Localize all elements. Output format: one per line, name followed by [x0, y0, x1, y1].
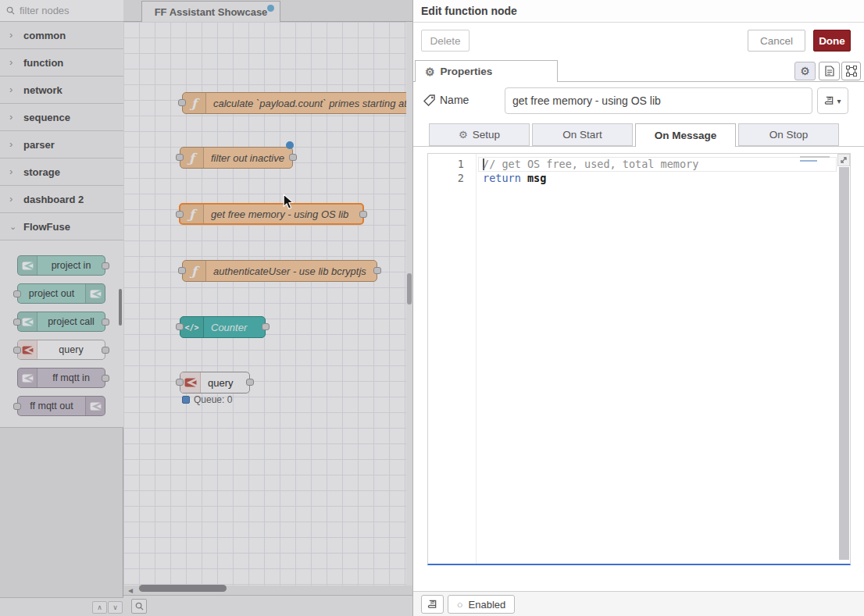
chevron-right-icon: › — [9, 141, 16, 148]
palette-category-common[interactable]: ›common — [0, 22, 123, 49]
tab-label: On Message — [655, 130, 717, 141]
editor-scrollbar-thumb[interactable] — [839, 167, 849, 560]
input-port[interactable] — [178, 99, 186, 106]
tag-icon — [423, 94, 435, 109]
tray-footer: ○ Enabled — [413, 591, 864, 616]
palette-scrollbar[interactable] — [119, 289, 122, 326]
canvas-horizontal-scrollbar-thumb[interactable] — [139, 585, 227, 592]
radio-circle-icon: ○ — [457, 600, 463, 610]
input-port[interactable] — [176, 154, 184, 161]
library-dropdown-button[interactable]: ▾ — [817, 87, 848, 114]
cancel-button[interactable]: Cancel — [748, 30, 805, 52]
gear-icon: ⚙ — [800, 66, 810, 77]
status-dot-icon — [182, 396, 190, 404]
flow-tab-label: FF Assistant Showcase — [155, 6, 268, 18]
done-button[interactable]: Done — [813, 30, 851, 52]
palette-node-label: query — [37, 344, 105, 355]
node-label: filter out inactive — [204, 152, 292, 164]
chevron-right-icon: › — [9, 113, 16, 121]
output-port[interactable] — [289, 154, 297, 161]
palette-category-sequence[interactable]: ›sequence — [0, 104, 123, 131]
line-number: 2 — [428, 172, 464, 184]
flow-grid[interactable]: ƒ calculate `payload.count` primes start… — [123, 22, 406, 586]
palette-filter-input[interactable] — [20, 5, 105, 16]
output-port[interactable] — [102, 375, 109, 382]
node-calculate-primes[interactable]: ƒ calculate `payload.count` primes start… — [182, 92, 406, 114]
flowfuse-logo-icon — [85, 397, 105, 415]
input-port[interactable] — [13, 290, 21, 297]
node-filter-out-inactive[interactable]: ƒ filter out inactive — [180, 147, 293, 169]
palette-category-flowfuse[interactable]: ⌄FlowFuse — [0, 213, 123, 240]
palette-category-parser[interactable]: ›parser — [0, 131, 123, 158]
name-input[interactable] — [505, 87, 812, 114]
flow-tab-bar: FF Assistant Showcase — [123, 0, 412, 22]
palette-node-ff-mqtt-out[interactable]: ff mqtt out — [17, 396, 105, 416]
input-port[interactable] — [13, 403, 21, 410]
input-port[interactable] — [176, 211, 184, 218]
node-authenticate-user[interactable]: ƒ authenticateUser - use lib bcryptjs — [182, 260, 377, 282]
palette-node-query[interactable]: query — [17, 340, 105, 360]
tab-on-stop[interactable]: On Stop — [738, 123, 839, 146]
gear-icon: ⚙ — [425, 66, 435, 77]
input-port[interactable] — [176, 323, 184, 330]
tab-label: Setup — [473, 129, 500, 141]
input-port[interactable] — [13, 319, 21, 326]
input-port[interactable] — [13, 347, 21, 354]
code-editor[interactable]: 1 2 // get OS free, used, total memory r… — [427, 153, 851, 565]
palette-category-function[interactable]: ›function — [0, 49, 123, 77]
category-label: FlowFuse — [23, 221, 70, 233]
node-label: query — [201, 377, 249, 389]
tray-title: Edit function node — [421, 5, 517, 17]
delete-button[interactable]: Delete — [421, 30, 469, 52]
palette-node-project-out[interactable]: project out — [17, 283, 105, 304]
palette-category-network[interactable]: ›network — [0, 77, 123, 104]
enabled-toggle-button[interactable]: ○ Enabled — [448, 595, 515, 614]
palette-category-storage[interactable]: ›storage — [0, 158, 123, 186]
flow-tab[interactable]: FF Assistant Showcase — [141, 1, 280, 22]
function-tabs-row: ⚙ Setup On Start On Message On Stop — [413, 123, 864, 147]
node-query[interactable]: query — [180, 372, 250, 393]
output-port[interactable] — [102, 262, 109, 269]
output-port[interactable] — [246, 379, 254, 386]
appearance-view-button[interactable] — [841, 62, 861, 80]
palette-node-project-in[interactable]: project in — [17, 255, 105, 276]
description-view-button[interactable] — [819, 62, 840, 80]
output-port[interactable] — [102, 347, 109, 354]
palette-category-dashboard2[interactable]: ›dashboard 2 — [0, 186, 123, 213]
palette-node-label: ff mqtt in — [37, 372, 105, 383]
expand-editor-button[interactable] — [837, 154, 850, 166]
tab-properties[interactable]: ⚙ Properties — [415, 60, 558, 82]
palette-search-box[interactable] — [0, 0, 123, 22]
palette-node-ff-mqtt-in[interactable]: ff mqtt in — [17, 368, 105, 388]
scroll-left-icon[interactable]: ◂ — [128, 585, 133, 596]
tab-on-message[interactable]: On Message — [635, 123, 736, 147]
node-get-free-memory[interactable]: ƒ get free memory - using OS lib — [179, 203, 364, 225]
chevron-right-icon: › — [9, 31, 16, 39]
palette-collapse-all-button[interactable]: ∧ — [92, 601, 107, 614]
properties-view-button[interactable]: ⚙ — [794, 62, 816, 80]
identifier-token: msg — [521, 172, 547, 184]
output-port[interactable] — [373, 267, 381, 274]
template-icon: </> — [180, 317, 204, 337]
chevron-right-icon: › — [9, 195, 16, 203]
category-label: storage — [23, 166, 60, 178]
node-label: get free memory - using OS lib — [204, 208, 362, 220]
input-port[interactable] — [178, 267, 186, 274]
palette-expand-all-button[interactable]: ∨ — [108, 601, 123, 614]
palette-footer: ∧ ∨ — [0, 597, 123, 616]
output-port[interactable] — [359, 211, 367, 218]
comment-token: // get OS free, used, total memory — [483, 158, 698, 170]
node-counter[interactable]: </> Counter — [180, 316, 266, 338]
output-port[interactable] — [102, 319, 109, 326]
canvas-vertical-scrollbar-thumb[interactable] — [407, 273, 412, 304]
node-label: authenticateUser - use lib bcryptjs — [206, 265, 377, 277]
tab-on-start[interactable]: On Start — [532, 123, 633, 146]
palette-node-label: project in — [37, 260, 105, 271]
palette-node-project-call[interactable]: project call — [17, 312, 105, 332]
library-button[interactable] — [421, 595, 444, 614]
tab-setup[interactable]: ⚙ Setup — [429, 123, 530, 146]
search-flows-button[interactable] — [131, 599, 147, 614]
input-port[interactable] — [176, 379, 184, 386]
output-port[interactable] — [262, 323, 270, 330]
category-label: dashboard 2 — [23, 194, 84, 205]
